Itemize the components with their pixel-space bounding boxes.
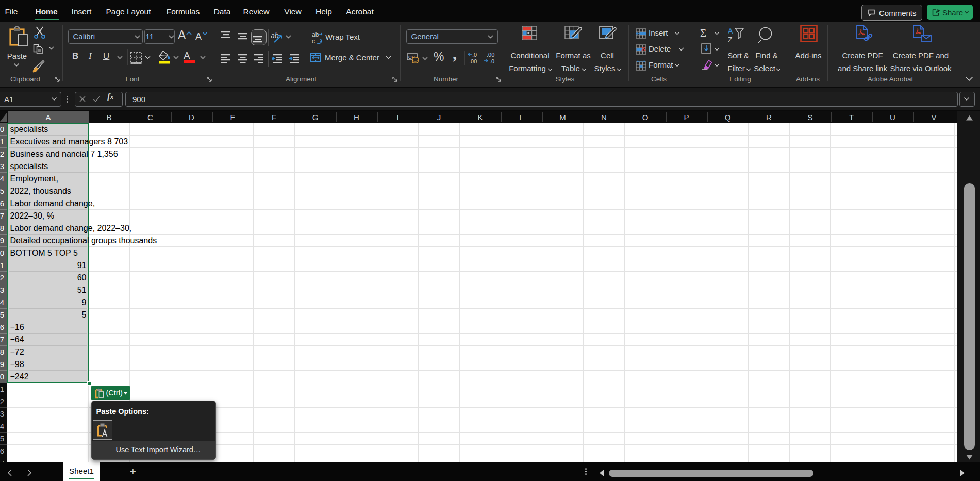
svg-text:Z: Z: [728, 36, 733, 43]
svg-text:c: c: [312, 38, 315, 44]
svg-text:.0: .0: [490, 58, 494, 64]
svg-text:.0: .0: [472, 52, 477, 58]
svg-text:.00: .00: [487, 52, 494, 58]
svg-text:A: A: [728, 27, 733, 35]
svg-text:.00: .00: [469, 58, 477, 64]
